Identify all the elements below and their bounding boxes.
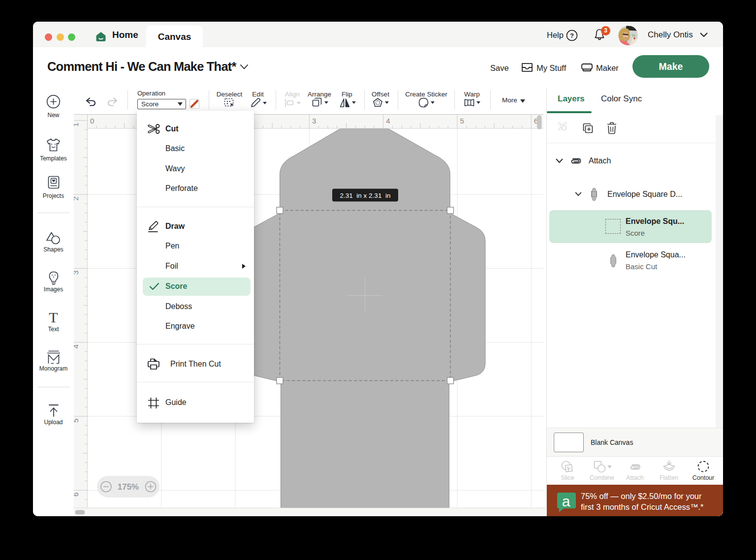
svg-text:175%: 175% [118,482,139,492]
svg-text:3: 3 [312,117,316,125]
svg-text:1: 1 [74,123,80,126]
svg-text:4: 4 [74,344,80,348]
svg-text:3: 3 [74,271,80,275]
svg-text:5: 5 [460,117,464,125]
svg-text:2.31 in x 2.31 in: 2.31 in x 2.31 in [340,192,391,199]
svg-text:0: 0 [90,117,94,125]
svg-text:5: 5 [74,418,80,422]
svg-text:2: 2 [74,196,80,200]
svg-text:?: ? [570,32,574,39]
svg-text:6: 6 [74,493,80,497]
svg-text:4: 4 [386,117,390,125]
svg-text:a: a [562,493,570,509]
